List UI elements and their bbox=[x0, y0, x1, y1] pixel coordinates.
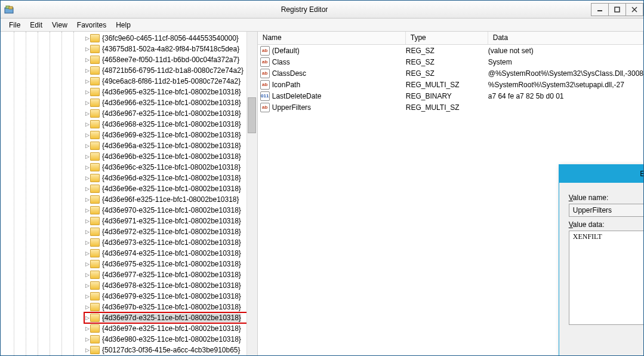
list-header[interactable]: Name Type Data bbox=[258, 32, 643, 45]
expand-icon[interactable]: ▷ bbox=[84, 315, 90, 321]
tree-item[interactable]: ▷{36fc9e60-c465-11cf-8056-444553540000} bbox=[84, 33, 257, 44]
folder-icon bbox=[90, 34, 100, 42]
expand-icon[interactable]: ▷ bbox=[84, 89, 90, 95]
expand-icon[interactable]: ▷ bbox=[84, 164, 90, 170]
window-title: Registry Editor bbox=[17, 5, 591, 14]
row-name: IconPath bbox=[272, 81, 406, 89]
tree-item-label: {43675d81-502a-4a82-9f84-b75f418c5dea} bbox=[102, 45, 239, 53]
tree-item[interactable]: ▷{4d36e977-e325-11ce-bfc1-08002be10318} bbox=[84, 269, 257, 280]
tree-item[interactable]: ▷{4d36e975-e325-11ce-bfc1-08002be10318} bbox=[84, 259, 257, 269]
expand-icon[interactable]: ▷ bbox=[84, 186, 90, 192]
row-data: @%SystemRoot%\System32\SysClass.Dll,-300… bbox=[488, 69, 643, 78]
expand-icon[interactable]: ▷ bbox=[84, 46, 90, 52]
expand-icon[interactable]: ▷ bbox=[84, 35, 90, 41]
maximize-button[interactable] bbox=[608, 3, 626, 16]
expand-icon[interactable]: ▷ bbox=[84, 250, 90, 256]
tree-item-label: {4d36e96f-e325-11ce-bfc1-08002be10318} bbox=[102, 195, 239, 204]
expand-icon[interactable]: ▷ bbox=[84, 293, 90, 299]
folder-icon bbox=[90, 303, 100, 311]
tree-item[interactable]: ▷{4d36e965-e325-11ce-bfc1-08002be10318} bbox=[84, 87, 257, 97]
tree-item-label: {36fc9e60-c465-11cf-8056-444553540000} bbox=[102, 34, 239, 42]
expand-icon[interactable]: ▷ bbox=[84, 100, 90, 106]
tree-item[interactable]: ▷{4d36e972-e325-11ce-bfc1-08002be10318} bbox=[84, 226, 257, 237]
expand-icon[interactable]: ▷ bbox=[84, 229, 90, 235]
row-name: UpperFilters bbox=[272, 103, 406, 112]
col-type[interactable]: Type bbox=[406, 32, 488, 44]
expand-icon[interactable]: ▷ bbox=[84, 121, 90, 127]
tree-item[interactable]: ▷{4d36e96c-e325-11ce-bfc1-08002be10318} bbox=[84, 162, 257, 173]
tree-scrollbar[interactable] bbox=[246, 32, 257, 355]
list-row[interactable]: abUpperFiltersREG_MULTI_SZ bbox=[258, 102, 643, 113]
col-name[interactable]: Name bbox=[258, 32, 406, 44]
minimize-button[interactable] bbox=[591, 3, 609, 16]
list-row[interactable]: abIconPathREG_MULTI_SZ%SystemRoot%\Syste… bbox=[258, 79, 643, 90]
registry-tree[interactable]: ▷{36fc9e60-c465-11cf-8056-444553540000}▷… bbox=[1, 32, 258, 355]
menu-view[interactable]: View bbox=[47, 20, 72, 30]
menu-edit[interactable]: Edit bbox=[25, 20, 47, 30]
expand-icon[interactable]: ▷ bbox=[84, 57, 90, 63]
menu-file[interactable]: File bbox=[4, 20, 25, 30]
expand-icon[interactable]: ▷ bbox=[84, 197, 90, 202]
expand-icon[interactable]: ▷ bbox=[84, 283, 90, 289]
expand-icon[interactable]: ▷ bbox=[84, 78, 90, 84]
tree-item[interactable]: ▷{4d36e979-e325-11ce-bfc1-08002be10318} bbox=[84, 291, 257, 302]
tree-item[interactable]: ▷{4d36e969-e325-11ce-bfc1-08002be10318} bbox=[84, 130, 257, 140]
expand-icon[interactable]: ▷ bbox=[84, 336, 90, 342]
tree-item[interactable]: ▷{4d36e96f-e325-11ce-bfc1-08002be10318} bbox=[84, 194, 257, 205]
tree-item[interactable]: ▷{4d36e96a-e325-11ce-bfc1-08002be10318} bbox=[84, 140, 257, 151]
tree-item[interactable]: ▷{49ce6ac8-6f86-11d2-b1e5-0080c72e74a2} bbox=[84, 76, 257, 87]
tree-guides bbox=[1, 32, 60, 355]
dialog-title-bar[interactable]: Edit Multi-String bbox=[559, 165, 644, 183]
value-data-textarea[interactable] bbox=[569, 231, 644, 325]
tree-item[interactable]: ▷{4d36e967-e325-11ce-bfc1-08002be10318} bbox=[84, 108, 257, 119]
expand-icon[interactable]: ▷ bbox=[84, 132, 90, 138]
list-row[interactable]: ab(Default)REG_SZ(value not set) bbox=[258, 45, 643, 56]
tree-item[interactable]: ▷{4d36e970-e325-11ce-bfc1-08002be10318} bbox=[84, 205, 257, 216]
expand-icon[interactable]: ▷ bbox=[84, 143, 90, 149]
folder-icon bbox=[90, 228, 100, 236]
tree-item[interactable]: ▷{4d36e971-e325-11ce-bfc1-08002be10318} bbox=[84, 216, 257, 226]
tree-item[interactable]: ▷{50127dc3-0f36-415e-a6cc-4cb3be910b65} bbox=[84, 345, 257, 355]
expand-icon[interactable]: ▷ bbox=[84, 218, 90, 224]
tree-item[interactable]: ▷{4d36e966-e325-11ce-bfc1-08002be10318} bbox=[84, 97, 257, 108]
tree-item[interactable]: ▷{4d36e980-e325-11ce-bfc1-08002be10318} bbox=[84, 334, 257, 345]
tree-item[interactable]: ▷{4d36e96e-e325-11ce-bfc1-08002be10318} bbox=[84, 183, 257, 194]
list-row[interactable]: 011LastDeleteDateREG_BINARYa7 64 fe a7 8… bbox=[258, 90, 643, 102]
expand-icon[interactable]: ▷ bbox=[84, 207, 90, 213]
folder-icon bbox=[90, 109, 100, 118]
expand-icon[interactable]: ▷ bbox=[84, 111, 90, 116]
menu-help[interactable]: Help bbox=[111, 20, 135, 30]
expand-icon[interactable]: ▷ bbox=[84, 154, 90, 159]
tree-item[interactable]: ▷{4d36e97b-e325-11ce-bfc1-08002be10318} bbox=[84, 302, 257, 312]
expand-icon[interactable]: ▷ bbox=[84, 304, 90, 310]
col-data[interactable]: Data bbox=[488, 32, 643, 44]
row-name: ClassDesc bbox=[272, 69, 406, 78]
tree-item[interactable]: ▷{4658ee7e-f050-11d1-b6bd-00c04fa372a7} bbox=[84, 54, 257, 65]
tree-item[interactable]: ▷{4d36e978-e325-11ce-bfc1-08002be10318} bbox=[84, 280, 257, 291]
tree-item[interactable]: ▷{43675d81-502a-4a82-9f84-b75f418c5dea} bbox=[84, 44, 257, 54]
value-name-input[interactable] bbox=[569, 204, 644, 217]
expand-icon[interactable]: ▷ bbox=[84, 240, 90, 245]
expand-icon[interactable]: ▷ bbox=[84, 67, 90, 73]
menu-favorites[interactable]: Favorites bbox=[72, 20, 111, 30]
expand-icon[interactable]: ▷ bbox=[84, 175, 90, 181]
expand-icon[interactable]: ▷ bbox=[84, 272, 90, 278]
expand-icon[interactable]: ▷ bbox=[84, 261, 90, 267]
svg-rect-2 bbox=[9, 7, 13, 9]
tree-item[interactable]: ▷{4d36e96b-e325-11ce-bfc1-08002be10318} bbox=[84, 151, 257, 162]
list-row[interactable]: abClassDescREG_SZ@%SystemRoot%\System32\… bbox=[258, 67, 643, 79]
tree-item[interactable]: ▷{4d36e96d-e325-11ce-bfc1-08002be10318} bbox=[84, 173, 257, 183]
tree-item[interactable]: ▷{4d36e973-e325-11ce-bfc1-08002be10318} bbox=[84, 237, 257, 248]
expand-icon[interactable]: ▷ bbox=[84, 326, 90, 332]
close-button[interactable] bbox=[625, 3, 643, 16]
folder-icon bbox=[90, 131, 100, 139]
scrollbar-thumb[interactable] bbox=[248, 97, 256, 133]
tree-item[interactable]: ▷{4d36e974-e325-11ce-bfc1-08002be10318} bbox=[84, 248, 257, 259]
list-row[interactable]: abClassREG_SZSystem bbox=[258, 56, 643, 67]
tree-item[interactable]: ▷{4d36e968-e325-11ce-bfc1-08002be10318} bbox=[84, 119, 257, 130]
tree-item[interactable]: ▷{4d36e97d-e325-11ce-bfc1-08002be10318} bbox=[84, 312, 257, 323]
expand-icon[interactable]: ▷ bbox=[84, 347, 90, 353]
value-type-icon: ab bbox=[260, 57, 270, 67]
tree-item[interactable]: ▷{4d36e97e-e325-11ce-bfc1-08002be10318} bbox=[84, 323, 257, 334]
tree-item[interactable]: ▷{48721b56-6795-11d2-b1a8-0080c72e74a2} bbox=[84, 65, 257, 76]
